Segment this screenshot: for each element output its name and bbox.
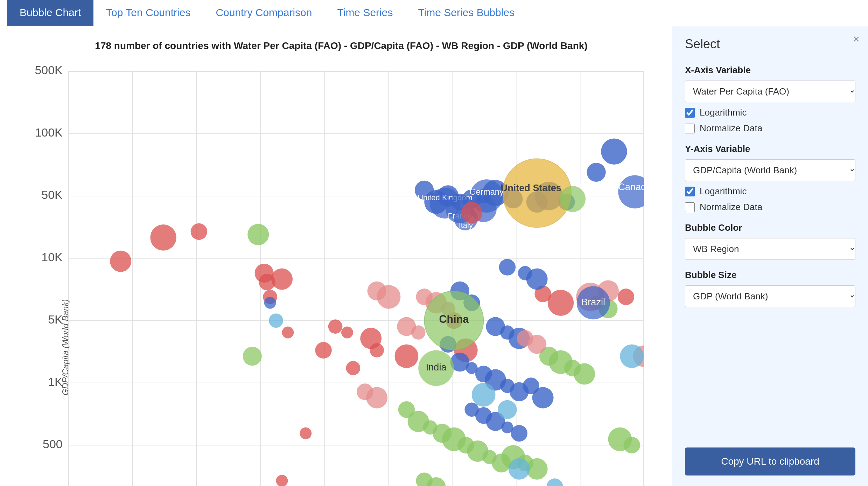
bubble-color-label: Bubble Color (685, 222, 855, 233)
svg-point-55 (346, 361, 360, 375)
nav-bar: Bubble Chart Top Ten Countries Country C… (0, 0, 868, 26)
bubble-size-label: Bubble Size (685, 270, 855, 280)
svg-text:United States: United States (501, 182, 561, 193)
svg-point-114 (574, 363, 595, 385)
svg-point-177 (461, 202, 482, 223)
svg-text:Brazil: Brazil (581, 297, 605, 307)
svg-point-135 (247, 224, 269, 245)
svg-point-118 (624, 437, 640, 453)
svg-point-97 (511, 425, 527, 442)
svg-point-76 (499, 259, 516, 275)
y-axis-label: GDP/Capita (World Bank) (61, 299, 70, 395)
svg-text:500: 500 (43, 437, 63, 451)
copy-url-button[interactable]: Copy URL to clipboard (685, 447, 855, 475)
y-axis-logarithmic-label: Logarithmic (700, 186, 747, 197)
y-axis-normalize-label: Normalize Data (700, 202, 762, 213)
svg-point-42 (150, 224, 176, 251)
svg-point-98 (264, 297, 276, 309)
sidebar-title: Select (685, 37, 855, 51)
svg-text:10K: 10K (41, 250, 63, 264)
x-axis-label-heading: X-Axis Variable (685, 65, 855, 76)
svg-text:100K: 100K (35, 126, 63, 139)
x-axis-normalize-checkbox[interactable] (685, 124, 695, 133)
y-axis-select[interactable]: GDP/Capita (World Bank) GDP/Capita (FAO)… (685, 159, 855, 181)
main-layout: 178 number of countries with Water Per C… (0, 26, 868, 486)
svg-point-176 (560, 186, 586, 212)
bubble-color-select[interactable]: WB Region GDP (World Bank) GDP/Capita (F… (685, 238, 855, 260)
chart-area: 178 number of countries with Water Per C… (0, 26, 672, 486)
svg-point-61 (618, 289, 634, 305)
y-axis-section: Y-Axis Variable GDP/Capita (World Bank) … (685, 144, 855, 213)
tab-time-series-bubbles[interactable]: Time Series Bubbles (405, 0, 527, 26)
svg-text:50K: 50K (41, 188, 63, 201)
x-axis-select[interactable]: Water Per Capita (FAO) GDP/Capita (FAO) … (685, 81, 855, 102)
y-axis-normalize-checkbox[interactable] (685, 202, 695, 212)
svg-point-53 (370, 343, 384, 357)
svg-point-136 (243, 347, 262, 366)
sidebar: × Select X-Axis Variable Water Per Capit… (672, 26, 868, 486)
svg-point-150 (527, 335, 546, 354)
svg-text:Canada: Canada (618, 181, 652, 192)
svg-point-75 (601, 138, 627, 165)
svg-point-41 (110, 251, 131, 272)
svg-text:China: China (439, 313, 469, 325)
svg-text:India: India (426, 362, 447, 373)
svg-point-138 (377, 285, 401, 309)
y-axis-normalize-row: Normalize Data (685, 202, 855, 213)
svg-point-54 (395, 344, 419, 368)
svg-point-145 (411, 325, 426, 340)
y-axis-logarithmic-checkbox[interactable] (685, 187, 695, 196)
chart-container: GDP/Capita (World Bank) (21, 58, 662, 486)
bubble-size-section: Bubble Size GDP (World Bank) GDP/Capita … (685, 270, 855, 307)
svg-point-154 (509, 458, 530, 480)
svg-point-51 (315, 342, 331, 359)
svg-point-74 (587, 163, 606, 182)
svg-point-60 (548, 290, 574, 316)
svg-point-43 (191, 223, 207, 240)
svg-point-50 (341, 327, 353, 339)
tab-top-ten-countries[interactable]: Top Ten Countries (93, 0, 203, 26)
svg-point-56 (300, 428, 312, 439)
svg-point-153 (498, 400, 517, 419)
x-axis-logarithmic-row: Logarithmic (685, 107, 855, 118)
tab-country-comparison[interactable]: Country Comparison (203, 0, 324, 26)
svg-point-148 (366, 387, 387, 408)
svg-point-46 (271, 268, 293, 290)
x-axis-section: X-Axis Variable Water Per Capita (FAO) G… (685, 65, 855, 134)
svg-point-78 (526, 268, 548, 290)
svg-text:500K: 500K (35, 63, 63, 77)
bubble-chart-svg: 500K 100K 50K 10K 5K 1K 500 100 0 0 5 10… (21, 58, 662, 486)
svg-text:Germany: Germany (469, 187, 504, 196)
x-axis-normalize-label: Normalize Data (700, 123, 762, 134)
x-axis-logarithmic-label: Logarithmic (700, 107, 747, 118)
tab-time-series[interactable]: Time Series (325, 0, 406, 26)
chart-title: 178 number of countries with Water Per C… (21, 40, 662, 51)
svg-point-92 (532, 387, 554, 408)
close-icon[interactable]: × (853, 33, 860, 46)
y-axis-label-heading: Y-Axis Variable (685, 144, 855, 154)
bubble-color-section: Bubble Color WB Region GDP (World Bank) … (685, 222, 855, 260)
x-axis-logarithmic-checkbox[interactable] (685, 108, 695, 118)
svg-point-151 (269, 313, 283, 328)
svg-point-48 (282, 327, 294, 339)
svg-point-156 (620, 344, 644, 368)
x-axis-normalize-row: Normalize Data (685, 123, 855, 134)
svg-point-152 (472, 383, 496, 407)
y-axis-logarithmic-row: Logarithmic (685, 186, 855, 197)
tab-bubble-chart[interactable]: Bubble Chart (7, 0, 93, 26)
bubble-size-select[interactable]: GDP (World Bank) GDP/Capita (FAO) Water … (685, 285, 855, 307)
svg-point-49 (328, 319, 343, 334)
